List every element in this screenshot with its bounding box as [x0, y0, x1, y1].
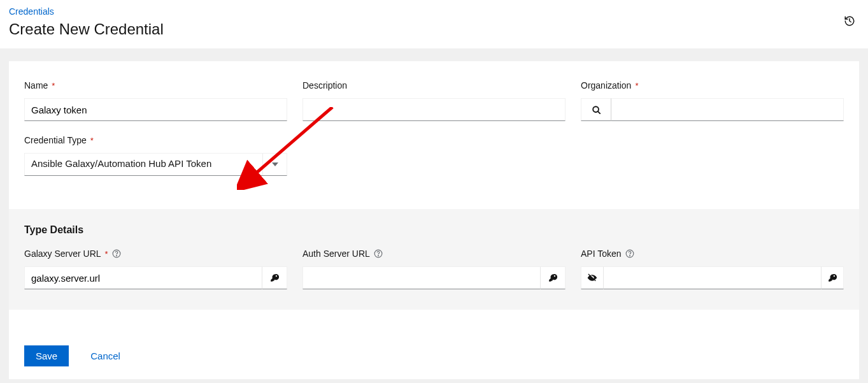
svg-point-8	[629, 256, 630, 256]
label-galaxy-url: Galaxy Server URL	[24, 249, 101, 259]
field-galaxy-url: Galaxy Server URL *	[24, 249, 287, 289]
page-title: Create New Credential	[9, 20, 859, 38]
help-icon[interactable]	[625, 249, 634, 258]
label-description: Description	[302, 80, 347, 90]
visibility-toggle-button[interactable]	[581, 266, 604, 289]
field-api-token: API Token	[581, 249, 844, 289]
galaxy-url-input[interactable]	[24, 266, 262, 289]
svg-point-4	[116, 256, 117, 256]
key-icon-button[interactable]	[262, 266, 287, 289]
name-input[interactable]	[24, 98, 287, 121]
field-auth-url: Auth Server URL	[302, 249, 566, 289]
key-icon-button[interactable]	[821, 266, 844, 289]
organization-lookup-button[interactable]	[581, 98, 611, 121]
form-card: Name * Description Organization *	[9, 61, 859, 379]
required-indicator: *	[105, 249, 108, 259]
content-wrap: Name * Description Organization *	[0, 48, 868, 383]
field-organization: Organization *	[581, 80, 844, 121]
required-indicator: *	[90, 136, 94, 145]
required-indicator: *	[635, 81, 638, 90]
type-details-heading: Type Details	[24, 224, 844, 236]
key-icon-button[interactable]	[540, 266, 566, 289]
field-credential-type: Credential Type * Ansible Galaxy/Automat…	[24, 135, 287, 176]
label-auth-url: Auth Server URL	[302, 249, 370, 259]
type-details-section: Type Details Galaxy Server URL *	[9, 209, 859, 310]
caret-down-icon	[262, 154, 287, 175]
page-header: Credentials Create New Credential	[0, 0, 868, 48]
credential-type-value: Ansible Galaxy/Automation Hub API Token	[25, 154, 262, 175]
field-description: Description	[302, 80, 566, 121]
help-icon[interactable]	[112, 249, 121, 258]
api-token-input[interactable]	[604, 266, 821, 289]
key-icon	[828, 273, 837, 282]
key-icon	[270, 273, 279, 282]
organization-input[interactable]	[611, 98, 844, 121]
auth-url-input[interactable]	[302, 266, 540, 289]
label-organization: Organization	[581, 80, 631, 90]
svg-point-6	[378, 256, 378, 256]
field-name: Name *	[24, 80, 287, 121]
key-icon	[548, 273, 557, 282]
form-main-section: Name * Description Organization *	[9, 61, 859, 209]
label-credential-type: Credential Type	[24, 135, 87, 145]
breadcrumb-credentials[interactable]: Credentials	[9, 6, 54, 17]
history-icon[interactable]	[844, 15, 855, 29]
form-actions: Save Cancel	[9, 310, 859, 379]
credential-type-select[interactable]: Ansible Galaxy/Automation Hub API Token	[24, 153, 287, 176]
save-button[interactable]: Save	[24, 345, 69, 366]
svg-line-1	[597, 111, 599, 113]
eye-slash-icon	[587, 273, 597, 283]
label-api-token: API Token	[581, 249, 622, 259]
help-icon[interactable]	[374, 249, 383, 258]
cancel-button[interactable]: Cancel	[90, 350, 120, 361]
description-input[interactable]	[302, 98, 566, 121]
search-icon	[592, 105, 601, 115]
required-indicator: *	[52, 81, 55, 90]
label-name: Name	[24, 80, 48, 90]
